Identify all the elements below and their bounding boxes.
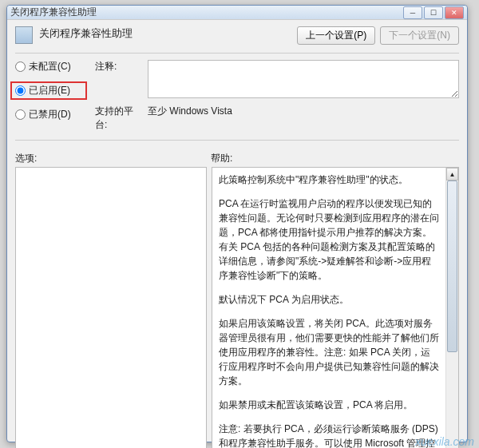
help-pane: 此策略控制系统中"程序兼容性助理"的状态。 PCA 在运行时监视用户启动的程序以… bbox=[212, 167, 459, 448]
help-p4: 如果启用该策略设置，将关闭 PCA。此选项对服务器管理员很有用，他们需要更快的性… bbox=[219, 316, 439, 388]
state-radios: 未配置(C) 已启用(E) 已禁用(D) bbox=[15, 60, 87, 132]
divider bbox=[15, 140, 459, 141]
comment-input[interactable] bbox=[148, 60, 459, 98]
window-title: 关闭程序兼容性助理 bbox=[10, 6, 403, 19]
divider bbox=[15, 53, 459, 54]
config-grid: 未配置(C) 已启用(E) 已禁用(D) 注释: 支持的平台: bbox=[15, 60, 459, 132]
header-row: 关闭程序兼容性助理 上一个设置(P) 下一个设置(N) bbox=[15, 26, 459, 45]
scroll-thumb[interactable] bbox=[447, 180, 457, 352]
scroll-up-button[interactable]: ▲ bbox=[446, 168, 458, 180]
help-p6: 注意: 若要执行 PCA，必须运行诊断策略服务 (DPS) 和程序兼容性助手服务… bbox=[219, 422, 439, 448]
window-buttons: ─ ☐ ✕ bbox=[403, 6, 464, 19]
nav-buttons: 上一个设置(P) 下一个设置(N) bbox=[297, 26, 459, 45]
titlebar[interactable]: 关闭程序兼容性助理 ─ ☐ ✕ bbox=[7, 6, 467, 19]
radio-disabled-label: 已禁用(D) bbox=[29, 108, 71, 121]
maximize-button[interactable]: ☐ bbox=[424, 6, 443, 19]
platform-label: 支持的平台: bbox=[95, 105, 143, 132]
help-p5: 如果禁用或未配置该策略设置，PCA 将启用。 bbox=[219, 398, 439, 412]
options-label: 选项: bbox=[15, 152, 211, 165]
scroll-track[interactable] bbox=[446, 180, 458, 448]
help-p3: 默认情况下 PCA 为启用状态。 bbox=[219, 292, 439, 307]
radio-disabled[interactable]: 已禁用(D) bbox=[15, 108, 87, 121]
radio-disabled-input[interactable] bbox=[15, 109, 26, 120]
minimize-button[interactable]: ─ bbox=[403, 6, 422, 19]
help-label: 帮助: bbox=[211, 152, 232, 165]
comment-label: 注释: bbox=[95, 60, 143, 73]
next-setting-button: 下一个设置(N) bbox=[380, 26, 459, 45]
platform-line: 支持的平台: 至少 Windows Vista bbox=[95, 105, 459, 132]
content-area: 关闭程序兼容性助理 上一个设置(P) 下一个设置(N) 未配置(C) 已启用(E… bbox=[7, 20, 467, 448]
help-scrollbar[interactable]: ▲ ▼ bbox=[445, 168, 458, 448]
watermark: xuexila.com bbox=[415, 435, 474, 448]
policy-icon bbox=[15, 26, 33, 44]
help-p2: PCA 在运行时监视用户启动的程序以便发现已知的兼容性问题。无论何时只要检测到应… bbox=[219, 196, 439, 283]
help-text: 此策略控制系统中"程序兼容性助理"的状态。 PCA 在运行时监视用户启动的程序以… bbox=[212, 168, 445, 448]
radio-enabled-label: 已启用(E) bbox=[29, 84, 70, 97]
radio-enabled[interactable]: 已启用(E) bbox=[10, 81, 87, 100]
panes: 此策略控制系统中"程序兼容性助理"的状态。 PCA 在运行时监视用户启动的程序以… bbox=[15, 167, 459, 448]
platform-value: 至少 Windows Vista bbox=[148, 105, 459, 118]
radio-not-configured-label: 未配置(C) bbox=[29, 60, 71, 73]
radio-not-configured-input[interactable] bbox=[15, 61, 26, 72]
radio-not-configured[interactable]: 未配置(C) bbox=[15, 60, 87, 73]
comment-line: 注释: bbox=[95, 60, 459, 98]
options-pane bbox=[15, 167, 207, 448]
help-p1: 此策略控制系统中"程序兼容性助理"的状态。 bbox=[219, 172, 439, 187]
radio-enabled-input[interactable] bbox=[15, 85, 26, 96]
dialog-window: 关闭程序兼容性助理 ─ ☐ ✕ 关闭程序兼容性助理 上一个设置(P) 下一个设置… bbox=[6, 5, 468, 442]
close-button[interactable]: ✕ bbox=[445, 6, 464, 19]
page-title: 关闭程序兼容性助理 bbox=[39, 26, 291, 41]
prev-setting-button[interactable]: 上一个设置(P) bbox=[297, 26, 375, 45]
form-right: 注释: 支持的平台: 至少 Windows Vista bbox=[95, 60, 459, 132]
pane-labels: 选项: 帮助: bbox=[15, 152, 459, 165]
